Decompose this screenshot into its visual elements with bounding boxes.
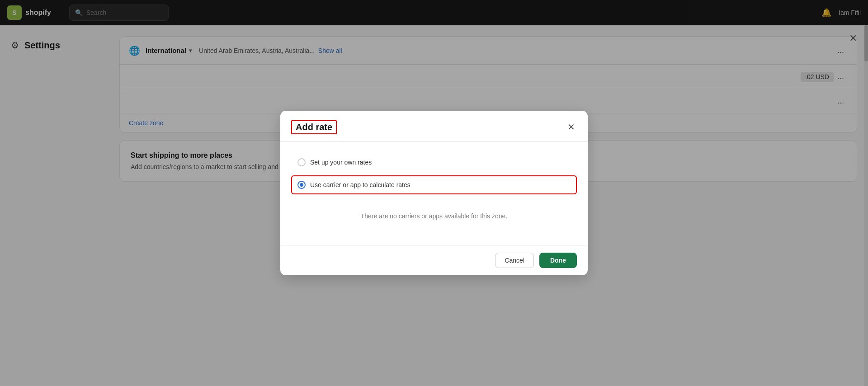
option2-label: Use carrier or app to calculate rates [310,181,410,188]
radio-option-carrier[interactable]: Use carrier or app to calculate rates [291,175,577,194]
radio-circle-own [297,158,306,166]
modal-close-button[interactable]: ✕ [566,120,577,134]
modal-overlay: Add rate ✕ Set up your own rates Use car… [0,0,868,386]
modal-header: Add rate ✕ [280,111,588,142]
done-button[interactable]: Done [539,253,577,268]
modal-footer: Cancel Done [280,245,588,275]
no-carriers-message: There are no carriers or apps available … [291,198,577,234]
option1-label: Set up your own rates [310,159,372,166]
radio-inner-carrier [300,183,303,187]
radio-option-own-rates[interactable]: Set up your own rates [291,153,577,172]
modal-body: Set up your own rates Use carrier or app… [280,142,588,245]
add-rate-modal: Add rate ✕ Set up your own rates Use car… [280,111,588,275]
radio-circle-carrier [297,181,306,189]
modal-title: Add rate [291,120,337,134]
cancel-button[interactable]: Cancel [495,253,534,268]
